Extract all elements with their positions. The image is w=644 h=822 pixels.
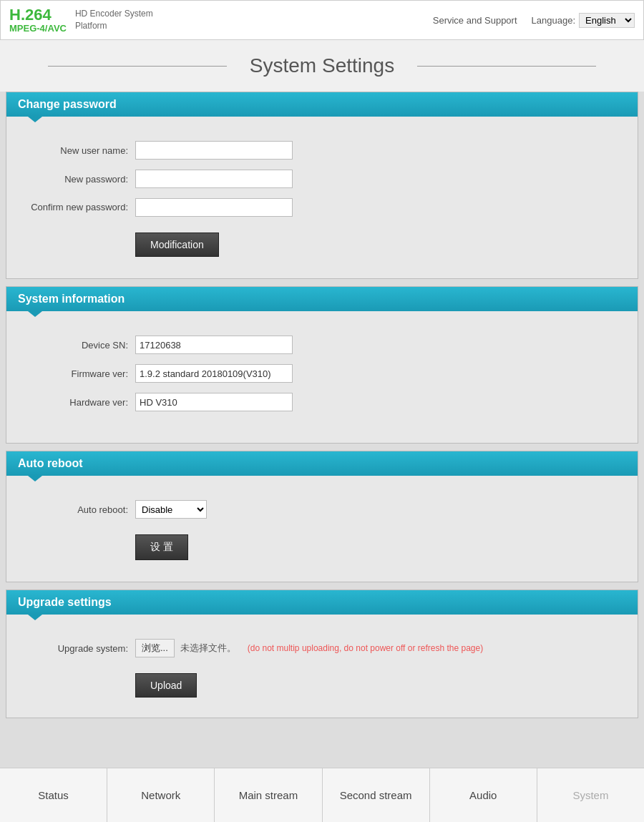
firmware-input: [135, 364, 293, 383]
hardware-row: Hardware ver:: [21, 393, 623, 411]
nav-label-main-stream: Main stream: [239, 789, 298, 801]
confirm-password-row: Confirm new password:: [21, 198, 623, 217]
firmware-label: Firmware ver:: [21, 368, 135, 379]
auto-reboot-select[interactable]: Disable Daily Weekly: [135, 500, 207, 519]
header-subtitle: HD Encoder System Platform: [75, 8, 153, 32]
new-username-input[interactable]: [135, 141, 293, 160]
upload-button[interactable]: Upload: [135, 673, 197, 698]
system-info-header: System information: [6, 287, 638, 311]
confirm-password-label: Confirm new password:: [21, 202, 135, 214]
device-sn-input: [135, 336, 293, 354]
header-left: H.264 MPEG-4/AVC HD Encoder System Platf…: [9, 6, 153, 34]
nav-label-network: Network: [141, 789, 180, 801]
change-password-body: New user name: New password: Confirm new…: [6, 117, 638, 278]
device-sn-label: Device SN:: [21, 340, 135, 351]
logo-mpeg: MPEG-4/AVC: [9, 24, 67, 34]
nav-label-second-stream: Second stream: [340, 789, 412, 801]
firmware-row: Firmware ver:: [21, 364, 623, 383]
language-select[interactable]: English Chinese: [579, 13, 635, 28]
auto-reboot-header: Auto reboot: [6, 451, 638, 476]
subtitle-line2: Platform: [75, 20, 153, 32]
subtitle-line1: HD Encoder System: [75, 8, 153, 20]
main-content: Change password New user name: New passw…: [0, 92, 644, 788]
nav-item-second-stream[interactable]: Second stream: [323, 768, 430, 822]
auto-reboot-section: Auto reboot Auto reboot: Disable Daily W…: [6, 451, 638, 582]
change-password-section: Change password New user name: New passw…: [6, 92, 638, 279]
logo-h264: H.264: [9, 6, 67, 24]
new-password-row: New password:: [21, 170, 623, 188]
file-upload-row: 浏览... 未选择文件。 (do not multip uploading, d…: [135, 639, 483, 657]
bottom-nav: Status Network Main stream Second stream…: [0, 768, 644, 822]
browse-button[interactable]: 浏览...: [135, 639, 175, 657]
header-right: Service and Support Language: English Ch…: [433, 13, 635, 28]
logo-block: H.264 MPEG-4/AVC: [9, 6, 67, 34]
upgrade-settings-body: Upgrade system: 浏览... 未选择文件。 (do not mul…: [6, 615, 638, 718]
nav-label-audio: Audio: [469, 789, 497, 801]
upload-warning: (do not multip uploading, do not power o…: [248, 643, 483, 653]
new-username-label: New user name:: [21, 145, 135, 156]
language-label: Language:: [532, 15, 575, 26]
hardware-input: [135, 393, 293, 411]
hardware-label: Hardware ver:: [21, 397, 135, 408]
language-section: Language: English Chinese: [532, 13, 635, 28]
nav-item-main-stream[interactable]: Main stream: [215, 768, 322, 822]
upgrade-system-label: Upgrade system:: [21, 643, 135, 654]
nav-item-audio[interactable]: Audio: [430, 768, 537, 822]
nav-label-status: Status: [38, 789, 69, 801]
upgrade-settings-header: Upgrade settings: [6, 590, 638, 615]
upgrade-system-row: Upgrade system: 浏览... 未选择文件。 (do not mul…: [21, 639, 623, 657]
nav-item-status[interactable]: Status: [0, 768, 107, 822]
device-sn-row: Device SN:: [21, 336, 623, 354]
upgrade-settings-section: Upgrade settings Upgrade system: 浏览... 未…: [6, 589, 638, 718]
new-password-input[interactable]: [135, 170, 293, 188]
header: H.264 MPEG-4/AVC HD Encoder System Platf…: [0, 0, 644, 40]
nav-item-system[interactable]: System: [537, 768, 644, 822]
set-button[interactable]: 设 置: [135, 534, 188, 560]
modification-button[interactable]: Modification: [135, 233, 219, 257]
new-username-row: New user name:: [21, 141, 623, 160]
page-title-bar: System Settings: [0, 40, 644, 92]
page-title: System Settings: [250, 54, 394, 77]
auto-reboot-body: Auto reboot: Disable Daily Weekly 设 置: [6, 476, 638, 582]
file-name-display: 未选择文件。: [180, 642, 236, 655]
auto-reboot-row: Auto reboot: Disable Daily Weekly: [21, 500, 623, 519]
confirm-password-input[interactable]: [135, 198, 293, 217]
nav-item-network[interactable]: Network: [107, 768, 215, 822]
system-info-section: System information Device SN: Firmware v…: [6, 286, 638, 444]
nav-label-system: System: [572, 789, 608, 801]
system-info-body: Device SN: Firmware ver: Hardware ver:: [6, 311, 638, 443]
service-support-link[interactable]: Service and Support: [433, 15, 517, 26]
auto-reboot-label: Auto reboot:: [21, 504, 135, 515]
change-password-header: Change password: [6, 92, 638, 117]
new-password-label: New password:: [21, 174, 135, 185]
